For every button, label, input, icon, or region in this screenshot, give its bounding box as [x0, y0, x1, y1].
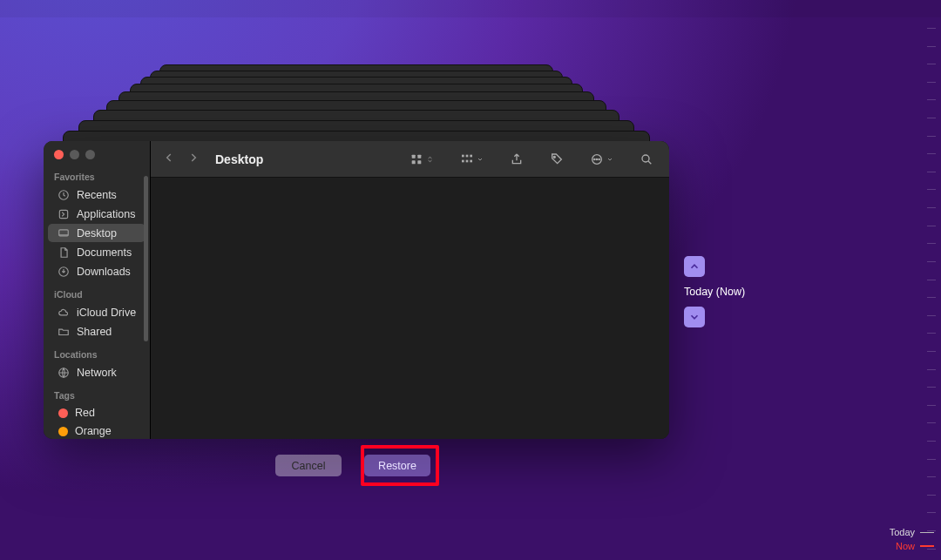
view-icons-button[interactable]: [406, 152, 437, 166]
timeline-previous-button[interactable]: [684, 256, 705, 277]
timeline-now-label: Now: [896, 540, 915, 553]
clock-icon: [57, 188, 70, 201]
finder-window: Favorites Recents Applications Desktop D…: [44, 141, 669, 439]
tag-dot-red: [58, 408, 68, 418]
sidebar-item-label: Shared: [77, 326, 112, 338]
sidebar-item-shared[interactable]: Shared: [48, 322, 146, 341]
group-by-button[interactable]: [457, 152, 487, 166]
sidebar-section-icloud: iCloud: [44, 286, 150, 302]
finder-sidebar: Favorites Recents Applications Desktop D…: [44, 141, 151, 439]
sidebar-item-label: iCloud Drive: [77, 307, 136, 319]
sidebar-item-desktop[interactable]: Desktop: [48, 224, 146, 242]
tag-dot-orange: [58, 427, 68, 436]
forward-button[interactable]: [187, 152, 200, 167]
svg-rect-12: [462, 159, 464, 162]
timeline-scale: [918, 28, 936, 550]
sidebar-item-applications[interactable]: Applications: [48, 205, 146, 223]
cloud-icon: [57, 306, 70, 319]
timeline-navigator: Today (Now): [684, 256, 745, 327]
share-button[interactable]: [506, 152, 527, 166]
network-icon: [57, 366, 70, 379]
sidebar-section-favorites: Favorites: [44, 168, 150, 185]
close-button[interactable]: [54, 150, 64, 159]
svg-rect-11: [470, 154, 472, 157]
svg-point-19: [599, 159, 599, 159]
timeline-today-label: Today: [890, 526, 915, 539]
svg-rect-9: [462, 154, 464, 157]
svg-rect-10: [466, 154, 469, 157]
svg-rect-14: [470, 159, 472, 162]
svg-point-17: [594, 159, 595, 159]
finder-content-area[interactable]: [151, 178, 669, 439]
sidebar-tag-red[interactable]: Red: [48, 404, 146, 422]
svg-rect-6: [417, 154, 421, 158]
sidebar-item-documents[interactable]: Documents: [48, 243, 146, 261]
document-icon: [57, 246, 70, 259]
sidebar-item-recents[interactable]: Recents: [48, 186, 146, 204]
sidebar-item-label: Network: [77, 367, 117, 379]
action-buttons: Cancel Restore: [275, 455, 430, 476]
finder-toolbar: Desktop: [151, 141, 669, 178]
sidebar-section-locations: Locations: [44, 346, 150, 362]
fullscreen-button[interactable]: [85, 150, 95, 159]
restore-button[interactable]: Restore: [364, 455, 430, 476]
window-title: Desktop: [215, 152, 263, 166]
sidebar-item-label: Applications: [77, 208, 135, 220]
tags-button[interactable]: [546, 152, 567, 166]
sidebar-item-label: Red: [75, 407, 95, 419]
svg-rect-7: [412, 160, 416, 164]
svg-point-15: [553, 156, 555, 158]
shared-folder-icon: [57, 325, 70, 338]
applications-icon: [57, 207, 70, 220]
svg-rect-8: [417, 160, 421, 164]
sidebar-item-label: Orange: [75, 425, 112, 437]
cancel-button[interactable]: Cancel: [275, 455, 342, 476]
timeline-current-label: Today (Now): [684, 286, 745, 298]
sidebar-item-icloud-drive[interactable]: iCloud Drive: [48, 303, 146, 321]
sidebar-scrollbar[interactable]: [144, 176, 148, 341]
sidebar-item-network[interactable]: Network: [48, 363, 146, 381]
search-button[interactable]: [636, 152, 657, 166]
action-menu-button[interactable]: [586, 152, 617, 166]
sidebar-item-label: Desktop: [77, 227, 117, 240]
sidebar-section-tags: Tags: [44, 387, 150, 403]
sidebar-tag-orange[interactable]: Orange: [48, 422, 146, 439]
sidebar-item-label: Documents: [77, 246, 132, 259]
sidebar-item-label: Downloads: [77, 266, 131, 278]
menubar-area: [0, 0, 941, 17]
desktop-icon: [57, 226, 70, 240]
finder-main: Desktop: [151, 141, 669, 439]
back-button[interactable]: [163, 152, 175, 167]
timeline-next-button[interactable]: [684, 307, 705, 327]
sidebar-item-label: Recents: [77, 189, 117, 201]
window-controls: [44, 150, 150, 168]
minimize-button[interactable]: [70, 150, 79, 159]
downloads-icon: [57, 265, 70, 278]
svg-point-20: [642, 155, 649, 162]
svg-rect-5: [412, 154, 416, 158]
svg-point-18: [596, 159, 597, 159]
sidebar-item-downloads[interactable]: Downloads: [48, 262, 146, 280]
svg-rect-13: [466, 159, 469, 162]
timeline-corner-labels: Today Now: [890, 526, 934, 553]
